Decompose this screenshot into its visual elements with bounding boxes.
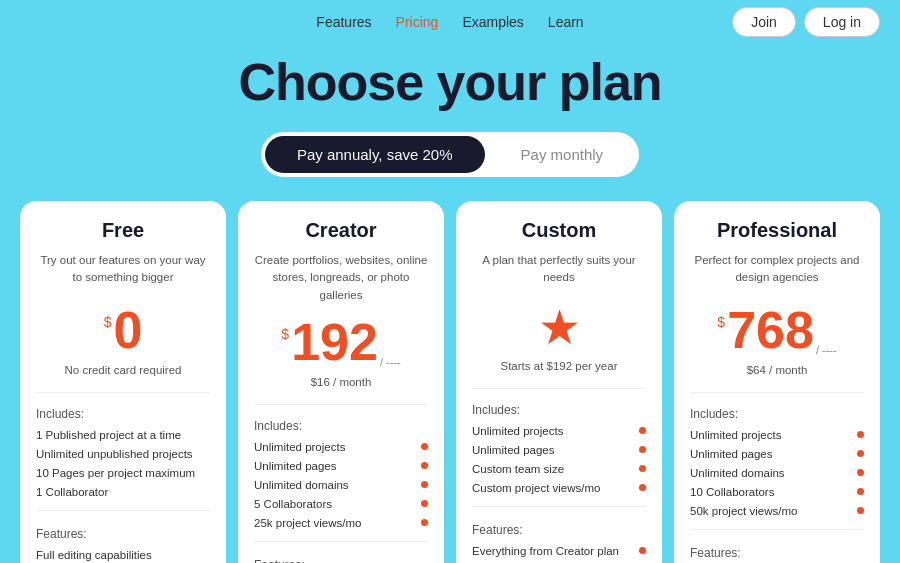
list-item: 10 Collaborators — [690, 484, 864, 500]
monthly-billing-button[interactable]: Pay monthly — [489, 136, 636, 173]
price-sub-free: No credit card required — [36, 364, 210, 376]
price-dollar-free: $ — [104, 314, 112, 330]
plan-desc-custom: A plan that perfectly suits your needs — [472, 252, 646, 292]
price-sub-creator: $16 / month — [254, 376, 428, 388]
plan-price-free: $ 0 — [36, 304, 210, 356]
list-item: 50k project views/mo — [690, 503, 864, 519]
features-list-custom: Everything from Creator plan + + extras … — [472, 543, 646, 563]
join-button[interactable]: Join — [732, 7, 796, 37]
includes-label-creator: Includes: — [254, 419, 428, 433]
plan-desc-creator: Create portfolios, websites, online stor… — [254, 252, 428, 304]
list-item: 5 Collaborators — [254, 496, 428, 512]
plan-name-custom: Custom — [472, 219, 646, 242]
page-title: Choose your plan — [0, 52, 900, 112]
list-item: Unlimited domains — [690, 465, 864, 481]
plan-name-professional: Professional — [690, 219, 864, 242]
nav-auth-buttons: Join Log in — [732, 7, 880, 37]
list-item: Everything from Creator plan — [472, 543, 646, 559]
nav-pricing[interactable]: Pricing — [396, 14, 439, 30]
nav-links: Features Pricing Examples Learn — [316, 14, 583, 30]
price-dollar-professional: $ — [717, 314, 725, 330]
plan-desc-free: Try out our features on your way to some… — [36, 252, 210, 292]
list-item: Unlimited unpublished projects — [36, 446, 210, 462]
annual-billing-button[interactable]: Pay annualy, save 20% — [265, 136, 485, 173]
list-item: Unlimited domains — [254, 477, 428, 493]
features-label-free: Features: — [36, 527, 210, 541]
plan-price-professional: $ 768 / ---- — [690, 304, 864, 356]
plan-desc-professional: Perfect for complex projects and design … — [690, 252, 864, 292]
nav-examples[interactable]: Examples — [462, 14, 523, 30]
features-label-professional: Features: — [690, 546, 864, 560]
includes-label-custom: Includes: — [472, 403, 646, 417]
plan-price-creator: $ 192 / ---- — [254, 316, 428, 368]
plan-card-creator: Creator Create portfolios, websites, onl… — [238, 201, 444, 563]
login-button[interactable]: Log in — [804, 7, 880, 37]
price-sub-custom: Starts at $192 per year — [472, 360, 646, 372]
list-item: 1 Collaborator — [36, 484, 210, 500]
includes-list-professional: Unlimited projects Unlimited pages Unlim… — [690, 427, 864, 519]
plan-card-custom: Custom A plan that perfectly suits your … — [456, 201, 662, 563]
includes-list-free: 1 Published project at a time Unlimited … — [36, 427, 210, 500]
features-label-custom: Features: — [472, 523, 646, 537]
list-item: Unlimited pages — [254, 458, 428, 474]
list-item: Custom project views/mo — [472, 480, 646, 496]
includes-label-professional: Includes: — [690, 407, 864, 421]
list-item: 1 Published project at a time — [36, 427, 210, 443]
list-item: 10 Pages per project maximum — [36, 465, 210, 481]
list-item: Unlimited projects — [472, 423, 646, 439]
list-item: Full editing capabilities — [36, 547, 210, 563]
price-amount-free: 0 — [113, 304, 142, 356]
includes-label-free: Includes: — [36, 407, 210, 421]
plan-name-free: Free — [36, 219, 210, 242]
nav-learn[interactable]: Learn — [548, 14, 584, 30]
plan-card-free: Free Try out our features on your way to… — [20, 201, 226, 563]
price-period-professional: / ---- — [816, 344, 837, 356]
list-item: Unlimited pages — [690, 446, 864, 462]
price-amount-professional: 768 — [727, 304, 814, 356]
price-amount-creator: 192 — [291, 316, 378, 368]
plan-price-custom: ★ — [472, 304, 646, 352]
list-item: Unlimited projects — [690, 427, 864, 443]
features-list-free: Full editing capabilities — [36, 547, 210, 563]
list-item: 25k project views/mo — [254, 515, 428, 531]
price-star-custom: ★ — [538, 304, 581, 352]
list-item: Unlimited pages — [472, 442, 646, 458]
includes-list-custom: Unlimited projects Unlimited pages Custo… — [472, 423, 646, 496]
price-dollar-creator: $ — [281, 326, 289, 342]
nav-features[interactable]: Features — [316, 14, 371, 30]
features-label-creator: Features: — [254, 558, 428, 563]
price-period-creator: / ---- — [380, 356, 401, 368]
includes-list-creator: Unlimited projects Unlimited pages Unlim… — [254, 439, 428, 531]
plan-name-creator: Creator — [254, 219, 428, 242]
plans-grid: Free Try out our features on your way to… — [0, 201, 900, 563]
navigation: Features Pricing Examples Learn Join Log… — [0, 0, 900, 44]
plan-card-professional: Professional Perfect for complex project… — [674, 201, 880, 563]
billing-toggle: Pay annualy, save 20% Pay monthly — [0, 132, 900, 177]
price-sub-professional: $64 / month — [690, 364, 864, 376]
toggle-container: Pay annualy, save 20% Pay monthly — [261, 132, 639, 177]
list-item: Unlimited projects — [254, 439, 428, 455]
list-item: Custom team size — [472, 461, 646, 477]
